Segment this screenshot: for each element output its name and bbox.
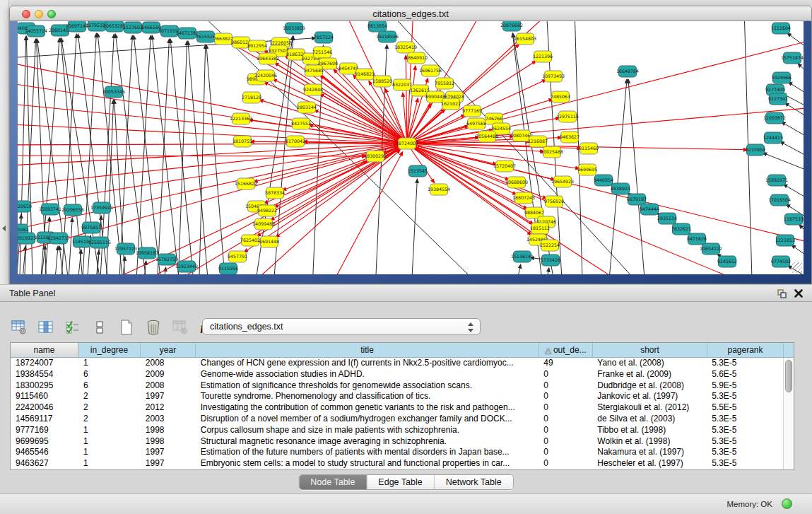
table-row[interactable]: 1456911722003Disruption of a novel membe… [11,414,783,425]
close-icon[interactable] [794,288,804,298]
graph-node[interactable]: 20564486 [476,131,498,142]
graph-node[interactable]: 20053346 [102,86,125,98]
graph-node[interactable]: 18300295 [364,151,387,162]
graph-edge-selected[interactable] [407,144,804,247]
graph-node[interactable]: 18325419 [394,42,417,53]
tab-network-table[interactable]: Network Table [435,475,513,489]
graph-edge[interactable] [792,245,804,260]
graph-node[interactable]: 12093872 [763,112,786,124]
graph-node[interactable]: 9329966 [772,72,792,83]
left-panel-strip[interactable] [0,0,9,284]
graph-edge[interactable] [67,218,72,274]
graph-node[interactable]: 1527602 [123,22,143,33]
graph-node[interactable]: 1244413 [763,132,783,144]
graph-node[interactable]: 8813054 [367,21,387,32]
column-header-title[interactable]: title [196,343,539,357]
graph-node[interactable]: 7632621 [671,223,691,235]
graph-edge[interactable] [312,45,324,274]
graph-node[interactable]: 10654112 [700,243,722,255]
graph-node[interactable]: 7955812 [435,78,454,89]
graph-node[interactable]: 9115956 [218,263,238,274]
graph-node[interactable]: 7625402 [240,235,260,246]
graph-node[interactable]: 8912954 [247,40,267,52]
graph-node[interactable]: 18807243 [512,192,535,204]
graph-node[interactable]: 1733426 [541,255,560,266]
graph-edge[interactable] [542,268,549,274]
graph-node[interactable]: 16033809 [283,23,305,34]
graph-node[interactable]: 1167533 [784,214,804,225]
graph-node[interactable]: 7251546 [312,47,332,58]
graph-node[interactable]: 19384554 [428,184,450,195]
show-columns-button[interactable] [37,318,55,337]
graph-node[interactable]: 12975115 [556,111,579,122]
table-row[interactable]: 1830029562008Estimation of significance … [11,380,783,392]
graph-edge-selected[interactable] [18,156,366,156]
graph-node[interactable]: 1216087 [528,136,548,147]
table-mode-button[interactable] [10,318,28,337]
resize-grip[interactable] [792,262,802,273]
graph-node[interactable]: 17957223 [114,243,137,255]
graph-edge[interactable] [782,122,804,140]
graph-node[interactable]: 9440954 [594,175,613,186]
graph-node[interactable]: 8322037 [392,79,412,90]
graph-node[interactable]: 9474444 [640,204,659,215]
graph-edge[interactable] [763,153,804,171]
graph-edge-selected[interactable] [18,144,398,166]
graph-node[interactable]: 7663822 [213,33,233,45]
graph-edge-selected[interactable] [18,144,398,145]
graph-node[interactable]: 10973493 [542,71,565,82]
graph-node[interactable]: 15992971 [765,175,788,186]
graph-node[interactable]: 1621022 [441,98,461,110]
network-canvas[interactable]: 8408551140557242069140620897149187953211… [18,21,804,274]
graph-node[interactable]: 5878334 [265,187,285,199]
graph-node[interactable]: 9146821 [355,69,375,80]
graph-node[interactable]: 9457791 [228,251,247,262]
graph-node[interactable]: 12923448 [175,261,198,272]
graph-node[interactable]: 15136141 [511,251,534,262]
graph-node[interactable]: 16648784 [616,66,639,77]
graph-node[interactable]: 20876682 [500,21,523,31]
column-header-year[interactable]: year [141,343,196,357]
graph-node[interactable]: 14099489 [252,218,275,230]
graph-node[interactable]: 1810755 [233,136,252,147]
table-row[interactable]: 1938455462009Genome-wide association stu… [11,369,783,380]
graph-edge[interactable] [152,35,182,274]
graph-node[interactable]: 18640910 [405,52,428,64]
graph-node[interactable]: 9498222 [257,205,277,216]
graph-node[interactable]: 8471626 [687,233,707,245]
table-row[interactable]: 946554611997Estimation of the future num… [11,447,783,458]
graph-edge-selected[interactable] [407,35,804,144]
graph-edge[interactable] [188,41,210,274]
window-close-icon[interactable] [22,10,30,18]
graph-node[interactable]: 12505115 [88,237,111,248]
graph-node[interactable]: 1691448 [259,236,279,247]
column-header-pagerank[interactable]: pagerank [707,343,784,357]
graph-node[interactable]: 6497568 [466,118,486,129]
graph-edge[interactable] [788,82,804,98]
graph-node[interactable]: 10688609 [505,177,528,188]
graph-node[interactable]: 15166822 [235,178,257,189]
graph-node[interactable]: 19218596 [376,31,399,42]
graph-node-hub[interactable]: 18724007 [396,138,418,149]
graph-node[interactable]: 9463627 [560,132,579,143]
table-row[interactable]: 977716911998Corpus callosum shape and si… [11,425,783,436]
graph-edge[interactable] [206,45,227,274]
tab-edge-table[interactable]: Edge Table [367,475,434,489]
table-selector-dropdown[interactable]: citations_edges.txt [202,318,481,335]
graph-edge[interactable] [787,33,804,49]
column-header-out_de[interactable]: △out_de... [539,343,593,357]
graph-edge[interactable] [177,41,187,274]
graph-node[interactable]: 2522254 [540,240,560,251]
window-zoom-icon[interactable] [47,10,56,18]
column-header-short[interactable]: short [593,343,707,357]
graph-node[interactable]: 7857224 [314,32,334,43]
graph-node[interactable]: 9777169 [462,105,482,117]
column-header-name[interactable]: name [11,343,78,357]
graph-node[interactable]: 17359924 [90,202,113,214]
delete-column-button[interactable] [144,318,163,337]
graph-node[interactable]: 2718120 [242,92,261,103]
graph-node[interactable]: 9242848 [303,84,323,95]
graph-node[interactable]: 9227341 [768,93,788,105]
graph-node[interactable]: 7615526 [196,31,216,42]
float-window-icon[interactable] [777,289,787,298]
